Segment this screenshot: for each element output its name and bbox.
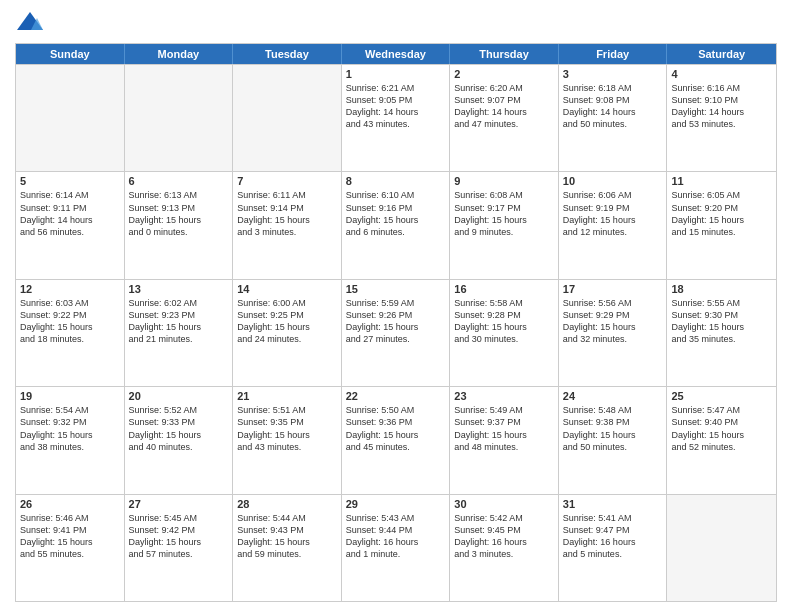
logo-icon [15,10,45,35]
calendar-row-3: 12Sunrise: 6:03 AM Sunset: 9:22 PM Dayli… [16,279,776,386]
cell-detail: Sunrise: 5:56 AM Sunset: 9:29 PM Dayligh… [563,297,663,346]
day-number: 12 [20,283,120,295]
cell-detail: Sunrise: 5:59 AM Sunset: 9:26 PM Dayligh… [346,297,446,346]
day-number: 26 [20,498,120,510]
day-number: 21 [237,390,337,402]
day-number: 8 [346,175,446,187]
day-number: 29 [346,498,446,510]
cell-detail: Sunrise: 6:16 AM Sunset: 9:10 PM Dayligh… [671,82,772,131]
calendar-cell: 13Sunrise: 6:02 AM Sunset: 9:23 PM Dayli… [125,280,234,386]
day-number: 28 [237,498,337,510]
cell-detail: Sunrise: 5:51 AM Sunset: 9:35 PM Dayligh… [237,404,337,453]
header-day-sunday: Sunday [16,44,125,64]
cell-detail: Sunrise: 6:14 AM Sunset: 9:11 PM Dayligh… [20,189,120,238]
cell-detail: Sunrise: 5:48 AM Sunset: 9:38 PM Dayligh… [563,404,663,453]
calendar-cell: 6Sunrise: 6:13 AM Sunset: 9:13 PM Daylig… [125,172,234,278]
day-number: 13 [129,283,229,295]
cell-detail: Sunrise: 5:41 AM Sunset: 9:47 PM Dayligh… [563,512,663,561]
day-number: 3 [563,68,663,80]
calendar-cell: 21Sunrise: 5:51 AM Sunset: 9:35 PM Dayli… [233,387,342,493]
cell-detail: Sunrise: 6:02 AM Sunset: 9:23 PM Dayligh… [129,297,229,346]
calendar-cell: 9Sunrise: 6:08 AM Sunset: 9:17 PM Daylig… [450,172,559,278]
cell-detail: Sunrise: 5:49 AM Sunset: 9:37 PM Dayligh… [454,404,554,453]
cell-detail: Sunrise: 6:10 AM Sunset: 9:16 PM Dayligh… [346,189,446,238]
cell-detail: Sunrise: 6:06 AM Sunset: 9:19 PM Dayligh… [563,189,663,238]
calendar-cell: 10Sunrise: 6:06 AM Sunset: 9:19 PM Dayli… [559,172,668,278]
calendar-cell: 16Sunrise: 5:58 AM Sunset: 9:28 PM Dayli… [450,280,559,386]
calendar-cell: 23Sunrise: 5:49 AM Sunset: 9:37 PM Dayli… [450,387,559,493]
header-day-friday: Friday [559,44,668,64]
cell-detail: Sunrise: 5:45 AM Sunset: 9:42 PM Dayligh… [129,512,229,561]
cell-detail: Sunrise: 5:52 AM Sunset: 9:33 PM Dayligh… [129,404,229,453]
calendar-body: 1Sunrise: 6:21 AM Sunset: 9:05 PM Daylig… [16,64,776,601]
calendar-header-row: SundayMondayTuesdayWednesdayThursdayFrid… [16,44,776,64]
calendar-cell: 14Sunrise: 6:00 AM Sunset: 9:25 PM Dayli… [233,280,342,386]
cell-detail: Sunrise: 6:18 AM Sunset: 9:08 PM Dayligh… [563,82,663,131]
cell-detail: Sunrise: 5:55 AM Sunset: 9:30 PM Dayligh… [671,297,772,346]
cell-detail: Sunrise: 5:47 AM Sunset: 9:40 PM Dayligh… [671,404,772,453]
header-day-tuesday: Tuesday [233,44,342,64]
cell-detail: Sunrise: 6:13 AM Sunset: 9:13 PM Dayligh… [129,189,229,238]
calendar-row-1: 1Sunrise: 6:21 AM Sunset: 9:05 PM Daylig… [16,64,776,171]
calendar-cell: 19Sunrise: 5:54 AM Sunset: 9:32 PM Dayli… [16,387,125,493]
header-day-thursday: Thursday [450,44,559,64]
cell-detail: Sunrise: 6:08 AM Sunset: 9:17 PM Dayligh… [454,189,554,238]
cell-detail: Sunrise: 5:42 AM Sunset: 9:45 PM Dayligh… [454,512,554,561]
day-number: 25 [671,390,772,402]
day-number: 23 [454,390,554,402]
calendar-cell: 11Sunrise: 6:05 AM Sunset: 9:20 PM Dayli… [667,172,776,278]
calendar-cell: 20Sunrise: 5:52 AM Sunset: 9:33 PM Dayli… [125,387,234,493]
cell-detail: Sunrise: 6:11 AM Sunset: 9:14 PM Dayligh… [237,189,337,238]
calendar-cell: 5Sunrise: 6:14 AM Sunset: 9:11 PM Daylig… [16,172,125,278]
calendar-cell: 3Sunrise: 6:18 AM Sunset: 9:08 PM Daylig… [559,65,668,171]
day-number: 5 [20,175,120,187]
day-number: 15 [346,283,446,295]
day-number: 22 [346,390,446,402]
cell-detail: Sunrise: 6:00 AM Sunset: 9:25 PM Dayligh… [237,297,337,346]
calendar-cell: 18Sunrise: 5:55 AM Sunset: 9:30 PM Dayli… [667,280,776,386]
calendar-row-4: 19Sunrise: 5:54 AM Sunset: 9:32 PM Dayli… [16,386,776,493]
day-number: 11 [671,175,772,187]
calendar-cell: 26Sunrise: 5:46 AM Sunset: 9:41 PM Dayli… [16,495,125,601]
day-number: 10 [563,175,663,187]
day-number: 9 [454,175,554,187]
calendar-cell: 15Sunrise: 5:59 AM Sunset: 9:26 PM Dayli… [342,280,451,386]
cell-detail: Sunrise: 5:58 AM Sunset: 9:28 PM Dayligh… [454,297,554,346]
day-number: 4 [671,68,772,80]
calendar-cell: 4Sunrise: 6:16 AM Sunset: 9:10 PM Daylig… [667,65,776,171]
calendar-cell: 2Sunrise: 6:20 AM Sunset: 9:07 PM Daylig… [450,65,559,171]
calendar-cell: 22Sunrise: 5:50 AM Sunset: 9:36 PM Dayli… [342,387,451,493]
calendar-cell: 12Sunrise: 6:03 AM Sunset: 9:22 PM Dayli… [16,280,125,386]
day-number: 20 [129,390,229,402]
calendar-cell: 24Sunrise: 5:48 AM Sunset: 9:38 PM Dayli… [559,387,668,493]
calendar-cell: 29Sunrise: 5:43 AM Sunset: 9:44 PM Dayli… [342,495,451,601]
day-number: 24 [563,390,663,402]
cell-detail: Sunrise: 6:21 AM Sunset: 9:05 PM Dayligh… [346,82,446,131]
calendar-cell [233,65,342,171]
calendar-cell: 30Sunrise: 5:42 AM Sunset: 9:45 PM Dayli… [450,495,559,601]
day-number: 16 [454,283,554,295]
calendar-cell: 25Sunrise: 5:47 AM Sunset: 9:40 PM Dayli… [667,387,776,493]
calendar-cell: 7Sunrise: 6:11 AM Sunset: 9:14 PM Daylig… [233,172,342,278]
header-day-saturday: Saturday [667,44,776,64]
calendar-cell [667,495,776,601]
cell-detail: Sunrise: 6:20 AM Sunset: 9:07 PM Dayligh… [454,82,554,131]
day-number: 1 [346,68,446,80]
page-header [15,10,777,35]
cell-detail: Sunrise: 6:05 AM Sunset: 9:20 PM Dayligh… [671,189,772,238]
cell-detail: Sunrise: 5:44 AM Sunset: 9:43 PM Dayligh… [237,512,337,561]
calendar-cell: 1Sunrise: 6:21 AM Sunset: 9:05 PM Daylig… [342,65,451,171]
cell-detail: Sunrise: 5:46 AM Sunset: 9:41 PM Dayligh… [20,512,120,561]
calendar-cell: 27Sunrise: 5:45 AM Sunset: 9:42 PM Dayli… [125,495,234,601]
day-number: 27 [129,498,229,510]
calendar-row-5: 26Sunrise: 5:46 AM Sunset: 9:41 PM Dayli… [16,494,776,601]
calendar-row-2: 5Sunrise: 6:14 AM Sunset: 9:11 PM Daylig… [16,171,776,278]
day-number: 14 [237,283,337,295]
calendar-cell [16,65,125,171]
day-number: 6 [129,175,229,187]
header-day-wednesday: Wednesday [342,44,451,64]
day-number: 31 [563,498,663,510]
cell-detail: Sunrise: 5:43 AM Sunset: 9:44 PM Dayligh… [346,512,446,561]
calendar-cell: 28Sunrise: 5:44 AM Sunset: 9:43 PM Dayli… [233,495,342,601]
cell-detail: Sunrise: 5:54 AM Sunset: 9:32 PM Dayligh… [20,404,120,453]
